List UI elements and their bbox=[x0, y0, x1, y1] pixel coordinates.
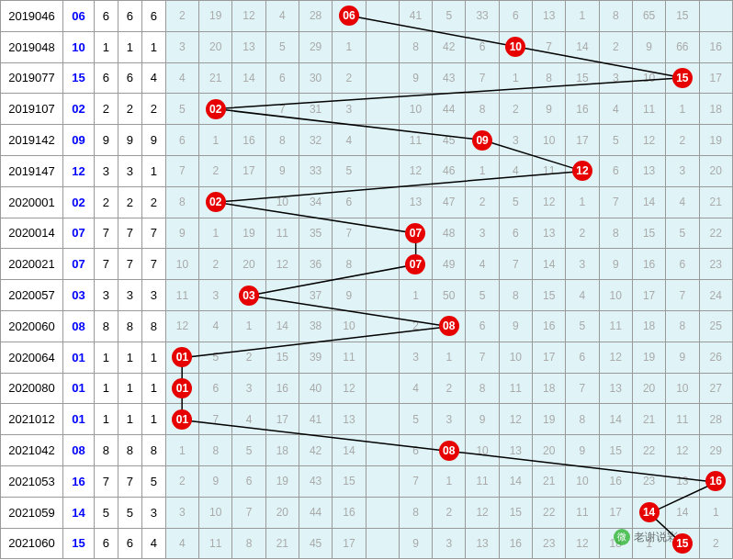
stat-cell: 3 bbox=[94, 155, 118, 186]
grid-cell: 29 bbox=[699, 435, 733, 466]
stat-cell: 5 bbox=[118, 497, 141, 528]
period-cell: 2019107 bbox=[1, 94, 63, 125]
grid-cell: 6 bbox=[466, 310, 499, 342]
grid-cell: 65 bbox=[632, 1, 665, 32]
grid-cell: 13 bbox=[599, 373, 632, 404]
stat-cell: 5 bbox=[94, 497, 118, 528]
grid-cell: 8 bbox=[666, 310, 699, 342]
grid-cell: 10 bbox=[466, 435, 499, 466]
table-row: 202001407777911911357074836132815522 bbox=[1, 218, 733, 249]
grid-cell: 19 bbox=[232, 218, 265, 249]
period-cell: 2021042 bbox=[1, 435, 63, 466]
stat-cell: 7 bbox=[94, 249, 118, 280]
stat-cell: 1 bbox=[118, 31, 141, 62]
period-cell: 2020021 bbox=[1, 249, 63, 280]
grid-cell: 36 bbox=[299, 249, 332, 280]
grid-cell: 12 bbox=[399, 155, 432, 186]
grid-cell: 5 bbox=[265, 31, 299, 62]
grid-cell: 8 bbox=[165, 186, 198, 218]
main-number-cell: 01 bbox=[62, 373, 94, 404]
grid-cell: 3 bbox=[666, 155, 699, 186]
stat-cell: 1 bbox=[118, 404, 141, 435]
grid-cell: 6 bbox=[232, 465, 265, 497]
grid-cell: 3 bbox=[433, 528, 466, 559]
grid-cell: 11 bbox=[666, 404, 699, 435]
table-row: 2020064011110152153911317101761219926 bbox=[1, 342, 733, 373]
grid-cell: 45 bbox=[433, 125, 466, 156]
grid-cell: 4 bbox=[232, 404, 265, 435]
stat-cell: 9 bbox=[141, 125, 165, 156]
grid-cell: 11 bbox=[499, 373, 532, 404]
grid-cell: 4 bbox=[466, 249, 499, 280]
grid-cell bbox=[232, 94, 265, 125]
grid-cell: 14 bbox=[632, 186, 665, 218]
grid-cell: 11 bbox=[632, 94, 665, 125]
grid-cell: 1 bbox=[433, 465, 466, 497]
grid-cell: 3 bbox=[499, 125, 532, 156]
grid-cell: 12 bbox=[232, 1, 265, 32]
grid-cell: 19 bbox=[199, 1, 232, 32]
grid-cell: 20 bbox=[699, 155, 733, 186]
grid-cell: 11 bbox=[199, 528, 232, 559]
grid-cell: 21 bbox=[199, 62, 232, 94]
grid-cell: 28 bbox=[699, 404, 733, 435]
period-cell: 2021060 bbox=[1, 528, 63, 559]
grid-cell: 16 bbox=[599, 465, 632, 497]
grid-cell: 5 bbox=[499, 186, 532, 218]
table-row: 201914712331721793351246141112613320 bbox=[1, 155, 733, 186]
watermark: 微 老谢说彩 bbox=[614, 529, 678, 545]
grid-cell: 15 bbox=[333, 465, 366, 497]
grid-cell: 41 bbox=[299, 404, 332, 435]
table-row: 20200570333311303379150581541017724 bbox=[1, 280, 733, 311]
grid-cell: 23 bbox=[533, 528, 566, 559]
hit-ball: 07 bbox=[399, 249, 432, 280]
grid-cell: 1 bbox=[165, 435, 198, 466]
stat-cell: 2 bbox=[94, 186, 118, 218]
grid-cell: 12 bbox=[466, 497, 499, 528]
table-row: 201907715664421146302943718153101517 bbox=[1, 62, 733, 94]
grid-cell: 35 bbox=[299, 218, 332, 249]
period-cell: 2021053 bbox=[1, 465, 63, 497]
grid-cell: 6 bbox=[466, 31, 499, 62]
grid-cell: 16 bbox=[333, 497, 366, 528]
hit-ball: 01 bbox=[165, 404, 198, 435]
grid-cell: 7 bbox=[165, 155, 198, 186]
table-row: 2019142099996116832411450931017512219 bbox=[1, 125, 733, 156]
grid-cell: 11 bbox=[333, 342, 366, 373]
grid-cell: 11 bbox=[566, 497, 599, 528]
main-number-cell: 02 bbox=[62, 186, 94, 218]
grid-cell: 17 bbox=[632, 280, 665, 311]
grid-cell bbox=[366, 373, 399, 404]
table-row: 2020021077771022012368074947143916623 bbox=[1, 249, 733, 280]
lottery-trend-table: 2019046066662191242806415336131865152019… bbox=[0, 0, 733, 559]
grid-cell: 1 bbox=[433, 342, 466, 373]
grid-cell: 18 bbox=[265, 435, 299, 466]
period-cell: 2019077 bbox=[1, 62, 63, 94]
hit-ball: 01 bbox=[165, 373, 198, 404]
grid-cell: 39 bbox=[299, 342, 332, 373]
grid-cell: 8 bbox=[466, 373, 499, 404]
grid-cell: 14 bbox=[599, 404, 632, 435]
grid-cell: 38 bbox=[299, 310, 332, 342]
stat-cell: 6 bbox=[141, 1, 165, 32]
main-number-cell: 06 bbox=[62, 1, 94, 32]
main-number-cell: 12 bbox=[62, 155, 94, 186]
period-cell: 2019046 bbox=[1, 1, 63, 32]
grid-cell: 3 bbox=[165, 497, 198, 528]
grid-cell: 14 bbox=[499, 465, 532, 497]
grid-cell: 19 bbox=[265, 465, 299, 497]
grid-cell: 10 bbox=[599, 280, 632, 311]
grid-cell: 47 bbox=[433, 186, 466, 218]
period-cell: 2019147 bbox=[1, 155, 63, 186]
period-cell: 2020001 bbox=[1, 186, 63, 218]
grid-cell: 8 bbox=[333, 249, 366, 280]
grid-cell: 11 bbox=[466, 465, 499, 497]
grid-cell: 20 bbox=[199, 31, 232, 62]
table-row: 202105316775296194315711114211016231316 bbox=[1, 465, 733, 497]
grid-cell: 8 bbox=[599, 218, 632, 249]
grid-cell bbox=[366, 1, 399, 32]
hit-ball: 10 bbox=[499, 31, 532, 62]
hit-ball: 08 bbox=[433, 435, 466, 466]
grid-cell: 11 bbox=[265, 218, 299, 249]
grid-cell: 2 bbox=[566, 218, 599, 249]
